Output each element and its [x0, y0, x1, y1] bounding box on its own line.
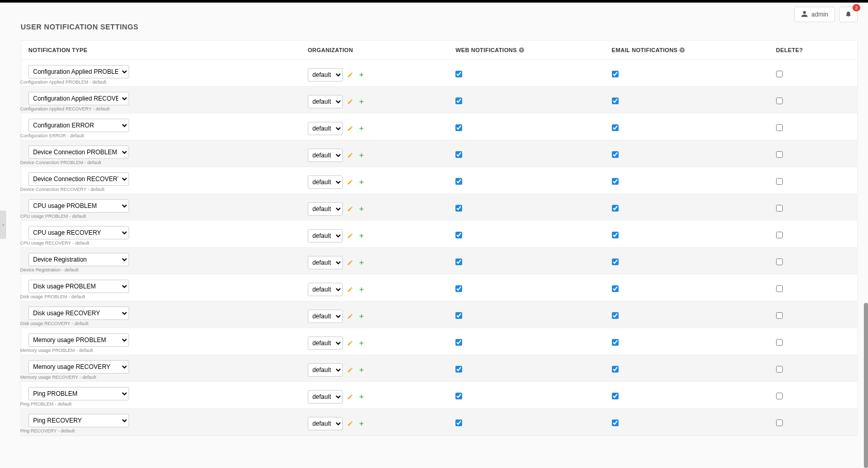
add-icon[interactable] [357, 393, 366, 401]
delete-checkbox[interactable] [776, 71, 783, 77]
sidebar-collapse-handle[interactable] [0, 211, 6, 239]
notification-type-select[interactable]: Configuration Applied PROBLEM [28, 65, 129, 78]
add-icon[interactable] [357, 312, 366, 320]
web-notification-checkbox[interactable] [455, 259, 462, 265]
organization-select[interactable]: default [308, 283, 343, 296]
delete-checkbox[interactable] [776, 124, 783, 131]
delete-checkbox[interactable] [776, 259, 783, 265]
notification-type-select[interactable]: Ping PROBLEM [28, 387, 129, 400]
add-icon[interactable] [357, 232, 366, 240]
email-notification-checkbox[interactable] [612, 205, 619, 212]
email-notification-checkbox[interactable] [612, 285, 619, 292]
edit-icon[interactable] [346, 71, 354, 79]
add-icon[interactable] [357, 178, 366, 186]
edit-icon[interactable] [346, 178, 354, 186]
edit-icon[interactable] [346, 312, 354, 320]
edit-icon[interactable] [346, 205, 354, 213]
user-menu-button[interactable]: admin [794, 7, 835, 22]
organization-select[interactable]: default [308, 363, 343, 377]
delete-checkbox[interactable] [776, 205, 783, 212]
email-notification-checkbox[interactable] [612, 232, 619, 238]
notification-type-select[interactable]: Disk usage PROBLEM [28, 280, 129, 293]
add-icon[interactable] [357, 124, 366, 133]
organization-select[interactable]: default [308, 149, 343, 162]
notification-type-select[interactable]: CPU usage RECOVERY [28, 226, 129, 239]
organization-select[interactable]: default [308, 202, 343, 216]
edit-icon[interactable] [346, 285, 354, 294]
edit-icon[interactable] [346, 124, 354, 133]
delete-checkbox[interactable] [776, 393, 783, 399]
organization-select[interactable]: default [308, 175, 343, 189]
web-notification-checkbox[interactable] [455, 205, 462, 212]
email-notification-checkbox[interactable] [612, 366, 619, 373]
edit-icon[interactable] [346, 232, 354, 240]
web-notification-checkbox[interactable] [455, 393, 462, 399]
organization-select[interactable]: default [308, 122, 343, 135]
email-notification-checkbox[interactable] [612, 124, 619, 131]
delete-checkbox[interactable] [776, 178, 783, 185]
add-icon[interactable] [357, 205, 366, 213]
notification-type-select[interactable]: Disk usage RECOVERY [28, 306, 129, 320]
organization-select[interactable]: default [308, 417, 343, 430]
delete-checkbox[interactable] [776, 312, 783, 319]
edit-icon[interactable] [346, 393, 354, 401]
organization-select[interactable]: default [308, 95, 343, 108]
edit-icon[interactable] [346, 419, 354, 428]
organization-select[interactable]: default [308, 310, 343, 323]
delete-checkbox[interactable] [776, 366, 783, 373]
email-notification-checkbox[interactable] [612, 339, 619, 346]
delete-checkbox[interactable] [776, 419, 783, 426]
email-notification-checkbox[interactable] [612, 312, 619, 319]
edit-icon[interactable] [346, 259, 354, 267]
notifications-button[interactable]: 2 [839, 7, 858, 22]
notification-type-select[interactable]: Device Connection RECOVERY [28, 172, 129, 186]
add-icon[interactable] [357, 259, 366, 267]
notification-type-select[interactable]: Configuration Applied RECOVERY [28, 92, 129, 105]
email-notification-checkbox[interactable] [612, 98, 619, 104]
web-notification-checkbox[interactable] [455, 366, 462, 373]
notification-type-select[interactable]: CPU usage PROBLEM [28, 199, 129, 213]
notification-type-select[interactable]: Device Registration [28, 253, 129, 266]
email-notification-checkbox[interactable] [612, 178, 619, 185]
notification-type-select[interactable]: Ping RECOVERY [28, 414, 129, 427]
add-icon[interactable] [357, 98, 366, 106]
add-icon[interactable] [357, 366, 366, 374]
email-notification-checkbox[interactable] [612, 71, 619, 77]
web-notification-checkbox[interactable] [455, 285, 462, 292]
organization-select[interactable]: default [308, 256, 343, 269]
web-notification-checkbox[interactable] [455, 98, 462, 104]
web-notification-checkbox[interactable] [455, 71, 462, 77]
edit-icon[interactable] [346, 339, 354, 347]
delete-checkbox[interactable] [776, 98, 783, 104]
edit-icon[interactable] [346, 366, 354, 374]
edit-icon[interactable] [346, 98, 354, 106]
web-notification-checkbox[interactable] [455, 232, 462, 238]
help-icon[interactable]: ? [519, 47, 524, 53]
delete-checkbox[interactable] [776, 151, 783, 158]
notification-type-select[interactable]: Memory usage RECOVERY [28, 360, 129, 374]
add-icon[interactable] [357, 285, 366, 294]
email-notification-checkbox[interactable] [612, 151, 619, 158]
web-notification-checkbox[interactable] [455, 419, 462, 426]
email-notification-checkbox[interactable] [612, 393, 619, 399]
add-icon[interactable] [357, 71, 366, 79]
organization-select[interactable]: default [308, 390, 343, 404]
delete-checkbox[interactable] [776, 285, 783, 292]
add-icon[interactable] [357, 151, 366, 159]
add-icon[interactable] [357, 339, 366, 347]
notification-type-select[interactable]: Device Connection PROBLEM [28, 146, 129, 159]
scrollbar-thumb[interactable] [864, 303, 868, 468]
organization-select[interactable]: default [308, 68, 343, 82]
web-notification-checkbox[interactable] [455, 339, 462, 346]
organization-select[interactable]: default [308, 336, 343, 350]
organization-select[interactable]: default [308, 229, 343, 243]
notification-type-select[interactable]: Configuration ERROR [28, 119, 129, 132]
notification-type-select[interactable]: Memory usage PROBLEM [28, 333, 129, 347]
web-notification-checkbox[interactable] [455, 312, 462, 319]
add-icon[interactable] [357, 419, 366, 428]
edit-icon[interactable] [346, 151, 354, 159]
email-notification-checkbox[interactable] [612, 259, 619, 265]
web-notification-checkbox[interactable] [455, 151, 462, 158]
web-notification-checkbox[interactable] [455, 178, 462, 185]
web-notification-checkbox[interactable] [455, 124, 462, 131]
